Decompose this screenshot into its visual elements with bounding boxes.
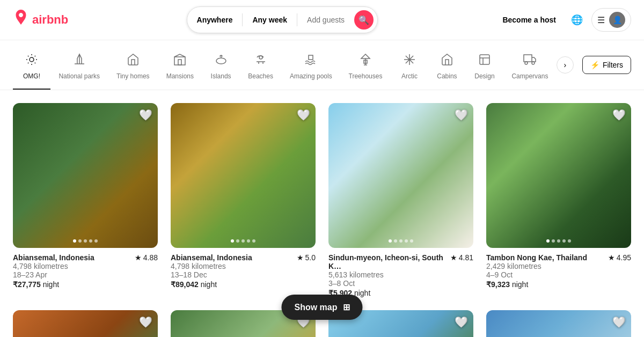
listing-title-row: Sindun-myeon, Icheon-si, South K… ★ 4.81 xyxy=(328,253,473,270)
dot xyxy=(399,239,402,243)
date-search[interactable]: Any week xyxy=(243,7,297,33)
logo-text: airbnb xyxy=(32,13,68,27)
wishlist-button-4[interactable]: 🤍 xyxy=(612,108,626,121)
svg-rect-2 xyxy=(178,60,181,65)
listing-card-4[interactable]: 🤍 Tambon Nong Kae, Thailand ★ 4.95 2,429… xyxy=(486,103,631,297)
listing-dates-1: 18–23 Apr xyxy=(13,270,158,279)
treehouses-icon xyxy=(359,53,372,69)
category-label-treehouses: Treehouses xyxy=(349,72,383,80)
listing-image-3: 🤍 xyxy=(328,103,473,248)
category-item-omg[interactable]: OMG! xyxy=(13,49,50,90)
listing-card-3[interactable]: 🤍 Sindun-myeon, Icheon-si, South K… ★ 4.… xyxy=(328,103,473,297)
logo[interactable]: airbnb xyxy=(13,10,68,31)
category-item-cabins[interactable]: Cabins xyxy=(428,49,466,90)
listing-title-row: Tambon Nong Kae, Thailand ★ 4.95 xyxy=(486,253,631,262)
dot xyxy=(241,239,245,243)
guests-search[interactable]: Add guests xyxy=(297,7,354,33)
category-label-beaches: Beaches xyxy=(248,72,273,80)
dot xyxy=(78,239,82,243)
search-bar: Anywhere Any week Add guests 🔍 xyxy=(187,6,378,33)
listing-image-1: 🤍 xyxy=(13,103,158,248)
listing-image-5: 🤍 xyxy=(13,310,158,337)
wishlist-button-7[interactable]: 🤍 xyxy=(455,316,468,328)
category-item-design[interactable]: Design xyxy=(466,49,503,90)
listing-price-2: ₹89,042 night xyxy=(171,280,316,289)
category-item-tiny-homes[interactable]: Tiny homes xyxy=(108,49,158,90)
listing-card-5[interactable]: 🤍 Listing 5 ★ 4.90 3,200 kilometres 10–1… xyxy=(13,310,158,337)
category-label-design: Design xyxy=(474,72,494,80)
category-item-beaches[interactable]: Beaches xyxy=(240,49,282,90)
dot xyxy=(557,239,560,243)
listing-card-1[interactable]: 🤍 Abiansemal, Indonesia ★ 4.88 4,798 kil… xyxy=(13,103,158,297)
svg-point-0 xyxy=(30,57,34,62)
dot xyxy=(394,239,397,243)
dot xyxy=(84,239,87,243)
listing-card-2[interactable]: 🤍 Abiansemal, Indonesia ★ 5.0 4,798 kilo… xyxy=(171,103,316,297)
listing-rating-4: ★ 4.95 xyxy=(608,253,631,262)
category-item-amazing-pools[interactable]: Amazing pools xyxy=(282,49,340,90)
category-item-campervans[interactable]: Campervans xyxy=(503,49,557,90)
category-label-omg: OMG! xyxy=(23,72,40,80)
search-button[interactable]: 🔍 xyxy=(354,10,374,30)
hamburger-icon: ☰ xyxy=(597,15,605,25)
show-map-label: Show map xyxy=(294,303,337,312)
listing-card-8[interactable]: 🤍 Listing 8 ★ 4.78 3,500 kilometres 1–6 … xyxy=(486,310,631,337)
tiny-homes-icon xyxy=(127,53,140,69)
language-button[interactable]: 🌐 xyxy=(567,10,587,30)
listing-image-8: 🤍 xyxy=(486,310,631,337)
listing-info-4: Tambon Nong Kae, Thailand ★ 4.95 2,429 k… xyxy=(486,248,631,289)
dot xyxy=(236,239,239,243)
wishlist-button-1[interactable]: 🤍 xyxy=(139,108,152,121)
category-item-treehouses[interactable]: Treehouses xyxy=(340,49,391,90)
svg-rect-1 xyxy=(174,57,185,65)
user-menu[interactable]: ☰ 👤 xyxy=(591,8,631,32)
filters-label: Filters xyxy=(603,61,623,69)
category-item-mansions[interactable]: Mansions xyxy=(158,49,202,90)
category-item-national-parks[interactable]: National parks xyxy=(50,49,108,90)
map-icon: ⊞ xyxy=(343,302,350,312)
listing-dates-2: 13–18 Dec xyxy=(171,270,316,279)
design-icon xyxy=(478,53,491,69)
listing-distance-3: 5,613 kilometres xyxy=(328,270,473,279)
location-search[interactable]: Anywhere xyxy=(187,7,243,33)
wishlist-button-8[interactable]: 🤍 xyxy=(612,316,626,328)
dot xyxy=(231,239,234,243)
header: airbnb Anywhere Any week Add guests 🔍 Be… xyxy=(0,0,644,40)
dot xyxy=(405,239,408,243)
listing-title-row: Abiansemal, Indonesia ★ 5.0 xyxy=(171,253,316,262)
category-label-cabins: Cabins xyxy=(437,72,457,80)
wishlist-button-5[interactable]: 🤍 xyxy=(139,316,152,328)
listing-info-2: Abiansemal, Indonesia ★ 5.0 4,798 kilome… xyxy=(171,248,316,289)
show-map-button[interactable]: Show map ⊞ xyxy=(281,295,362,320)
dot xyxy=(546,239,550,243)
chevron-right-icon: › xyxy=(564,61,567,69)
listing-price-4: ₹9,323 night xyxy=(486,280,631,289)
star-icon: ★ xyxy=(608,253,615,262)
wishlist-button-2[interactable]: 🤍 xyxy=(297,108,310,121)
star-icon: ★ xyxy=(297,253,304,262)
become-host-button[interactable]: Become a host xyxy=(496,11,562,28)
filters-button[interactable]: ⚡ Filters xyxy=(582,56,631,74)
svg-rect-5 xyxy=(480,55,489,64)
islands-icon xyxy=(215,53,228,69)
listing-price-1: ₹27,775 night xyxy=(13,280,158,289)
dot xyxy=(73,239,76,243)
dot xyxy=(94,239,98,243)
star-icon: ★ xyxy=(450,253,457,262)
category-item-islands[interactable]: Islands xyxy=(202,49,240,90)
listing-distance-4: 2,429 kilometres xyxy=(486,262,631,270)
dot xyxy=(389,239,392,243)
show-map-container: Show map ⊞ xyxy=(281,295,362,320)
listing-rating-3: ★ 4.81 xyxy=(450,253,473,262)
cabins-icon xyxy=(441,53,453,69)
category-item-arctic[interactable]: Arctic xyxy=(391,49,428,90)
image-dots-4 xyxy=(546,239,571,243)
amazing-pools-icon xyxy=(304,53,317,69)
national-parks-icon xyxy=(73,53,86,69)
arctic-icon xyxy=(403,53,416,69)
dot xyxy=(247,239,250,243)
categories-next-button[interactable]: › xyxy=(557,56,574,74)
wishlist-button-3[interactable]: 🤍 xyxy=(455,108,468,121)
category-label-tiny-homes: Tiny homes xyxy=(116,72,150,80)
listing-image-4: 🤍 xyxy=(486,103,631,248)
